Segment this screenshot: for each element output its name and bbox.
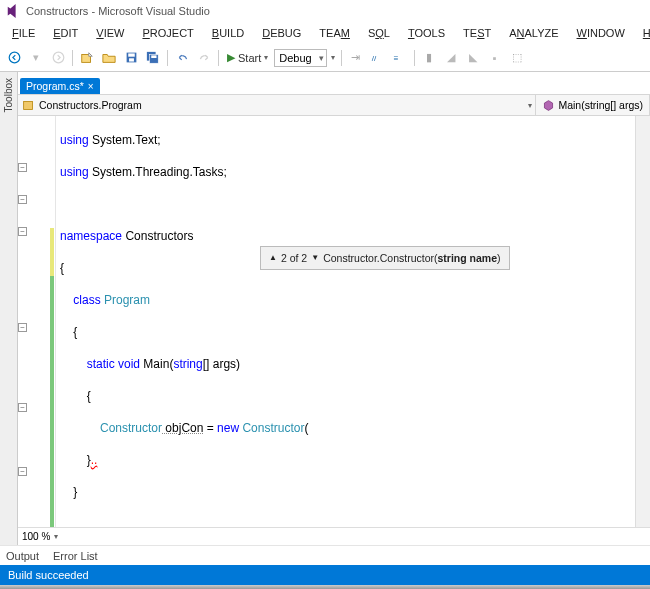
menu-edit[interactable]: EDIT [45,25,86,41]
svg-text:≡: ≡ [394,54,399,63]
start-label: Start [238,52,261,64]
save-icon[interactable] [121,48,141,68]
menu-tools[interactable]: TOOLS [400,25,453,41]
svg-rect-4 [128,53,135,56]
bottom-panel-tabs: Output Error List [0,545,650,565]
doc-tab-label: Program.cs* [26,80,84,92]
redo-icon[interactable] [194,48,214,68]
tb-icon-d[interactable]: ⬚ [507,48,527,68]
nav-scope-left[interactable]: Constructors.Program [18,99,525,112]
outline-collapse-icon[interactable]: − [18,467,27,476]
arrow-down-icon[interactable]: ▼ [311,250,319,266]
change-indicator [50,228,54,276]
taskbar-edge [0,585,650,589]
document-tabs: Program.cs* × [18,72,650,94]
nav-fwd-icon[interactable]: ▾ [26,48,46,68]
zoom-bar: 100 % ▾ [18,527,650,545]
toolbar: ▾ ▶ Start ▾ Debug ▾ ⇥ // ≡ ▮ ◢ ◣ ▪ ⬚ [0,44,650,72]
tab-output[interactable]: Output [6,550,39,562]
svg-text://: // [372,54,377,63]
start-debug-button[interactable]: ▶ Start ▾ [223,51,272,64]
zoom-level[interactable]: 100 % [22,531,54,542]
svg-point-1 [53,52,64,63]
nav-fwd2-icon[interactable] [48,48,68,68]
chevron-down-icon[interactable]: ▾ [525,101,535,110]
nav-scope-text: Constructors.Program [39,99,142,111]
new-project-icon[interactable] [77,48,97,68]
outline-collapse-icon[interactable]: − [18,323,27,332]
outline-collapse-icon[interactable]: − [18,195,27,204]
tb-icon-c[interactable]: ▪ [485,48,505,68]
title-bar: Constructors - Microsoft Visual Studio [0,0,650,22]
class-icon [22,99,35,112]
menu-analyze[interactable]: ANALYZE [501,25,566,41]
tab-error-list[interactable]: Error List [53,550,98,562]
svg-rect-11 [24,101,33,109]
svg-rect-5 [129,58,134,61]
outline-collapse-icon[interactable]: − [18,227,27,236]
step-icon-1[interactable]: ⇥ [346,48,366,68]
bookmark-icon[interactable]: ▮ [419,48,439,68]
menu-file[interactable]: FILE [4,25,43,41]
toolbox-tab[interactable]: Toolbox [0,72,18,545]
chevron-down-icon[interactable]: ▾ [54,532,58,541]
toolbox-label: Toolbox [3,78,14,112]
comment-icon[interactable]: // [368,48,388,68]
menu-test[interactable]: TEST [455,25,499,41]
nav-scope-right[interactable]: Main(string[] args) [535,95,649,115]
tab-program-cs[interactable]: Program.cs* × [20,78,100,94]
tb-icon-a[interactable]: ◢ [441,48,461,68]
menu-bar: FILE EDIT VIEW PROJECT BUILD DEBUG TEAM … [0,22,650,44]
menu-build[interactable]: BUILD [204,25,252,41]
vs-logo-icon [6,4,20,18]
status-text: Build succeeded [8,569,89,581]
menu-project[interactable]: PROJECT [134,25,201,41]
nav-back-icon[interactable] [4,48,24,68]
change-indicator [50,276,54,527]
menu-team[interactable]: TEAM [311,25,358,41]
config-caret-icon[interactable]: ▾ [329,53,337,62]
open-icon[interactable] [99,48,119,68]
status-bar: Build succeeded [0,565,650,585]
overload-count: 2 of 2 [281,250,307,266]
code-editor[interactable]: − − − − − − − using System.Text; using S… [18,116,650,527]
vertical-scrollbar[interactable] [635,116,650,527]
play-icon: ▶ [227,51,235,64]
close-icon[interactable]: × [88,81,94,92]
menu-help[interactable]: HELP [635,25,650,41]
svg-point-0 [9,52,20,63]
outline-collapse-icon[interactable]: − [18,163,27,172]
outline-collapse-icon[interactable]: − [18,403,27,412]
method-icon [542,99,555,112]
uncomment-icon[interactable]: ≡ [390,48,410,68]
config-select[interactable]: Debug [274,49,326,67]
code-content[interactable]: using System.Text; using System.Threadin… [56,116,635,527]
window-title: Constructors - Microsoft Visual Studio [26,5,210,17]
menu-view[interactable]: VIEW [88,25,132,41]
arrow-up-icon[interactable]: ▲ [269,250,277,266]
menu-window[interactable]: WINDOW [569,25,633,41]
save-all-icon[interactable] [143,48,163,68]
intellisense-tooltip: ▲ 2 of 2 ▼ Constructor.Constructor(strin… [260,246,510,270]
menu-sql[interactable]: SQL [360,25,398,41]
signature-text: Constructor.Constructor(string name) [323,250,500,266]
nav-member-text: Main(string[] args) [558,99,643,111]
navigation-bar: Constructors.Program ▾ Main(string[] arg… [18,94,650,116]
tb-icon-b[interactable]: ◣ [463,48,483,68]
undo-icon[interactable] [172,48,192,68]
editor-gutter: − − − − − − − [18,116,56,527]
menu-debug[interactable]: DEBUG [254,25,309,41]
svg-rect-8 [151,55,156,58]
